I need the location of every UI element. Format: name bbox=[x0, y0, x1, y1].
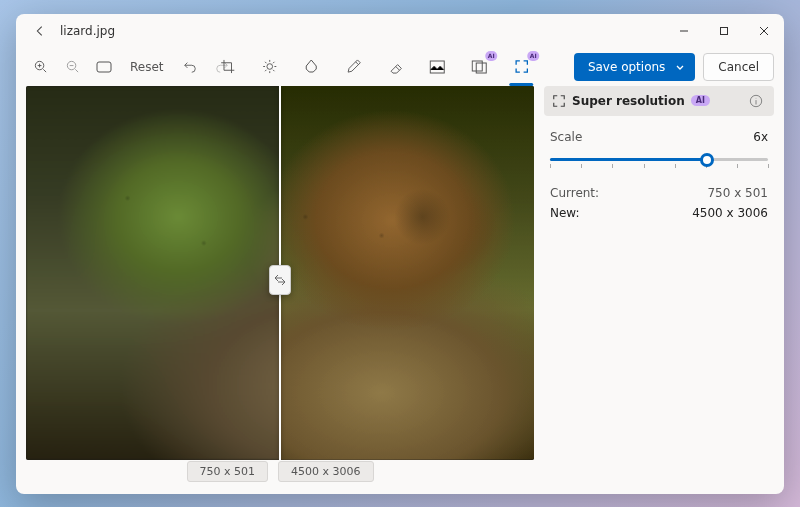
fit-icon bbox=[96, 60, 112, 74]
back-button[interactable] bbox=[28, 19, 52, 43]
app-window: lizard.jpg Reset AI AI Save options bbox=[16, 14, 784, 494]
toolbar: Reset AI AI Save options Cancel bbox=[16, 48, 784, 86]
zoom-out-button[interactable] bbox=[58, 53, 86, 81]
ai-badge-icon: AI bbox=[485, 51, 497, 61]
background-button[interactable] bbox=[423, 53, 451, 81]
cancel-label: Cancel bbox=[718, 60, 759, 74]
edit-tools: AI AI bbox=[213, 53, 535, 81]
compare-handle[interactable] bbox=[269, 265, 291, 295]
panel-header: Super resolution AI bbox=[544, 86, 774, 116]
undo-button[interactable] bbox=[176, 53, 204, 81]
slider-thumb[interactable] bbox=[700, 153, 714, 167]
panel-title: Super resolution bbox=[572, 94, 685, 108]
dimension-tags: 750 x 501 4500 x 3006 bbox=[26, 460, 534, 484]
info-icon bbox=[749, 94, 763, 108]
ai-badge: AI bbox=[691, 95, 710, 106]
undo-icon bbox=[183, 60, 197, 74]
new-label: New: bbox=[550, 206, 580, 220]
markup-button[interactable] bbox=[339, 53, 367, 81]
chevron-down-icon bbox=[675, 62, 685, 72]
generative-ai-button[interactable]: AI bbox=[465, 53, 493, 81]
filter-icon bbox=[304, 59, 318, 74]
super-resolution-button[interactable]: AI bbox=[507, 53, 535, 81]
scale-label: Scale bbox=[550, 130, 582, 144]
adjust-button[interactable] bbox=[255, 53, 283, 81]
eraser-icon bbox=[388, 59, 403, 74]
info-button[interactable] bbox=[746, 91, 766, 111]
cancel-button[interactable]: Cancel bbox=[703, 53, 774, 81]
expand-icon bbox=[514, 59, 529, 74]
original-dimension-tag: 750 x 501 bbox=[187, 461, 269, 482]
reset-label: Reset bbox=[130, 60, 164, 74]
crop-icon bbox=[220, 59, 235, 74]
zoom-in-button[interactable] bbox=[26, 53, 54, 81]
scale-slider[interactable] bbox=[550, 150, 768, 170]
new-value: 4500 x 3006 bbox=[692, 206, 768, 220]
pencil-icon bbox=[346, 59, 361, 74]
image-ai-icon bbox=[471, 60, 487, 74]
panel-body: Scale 6x Current: 750 x 501 New: bbox=[544, 116, 774, 240]
titlebar: lizard.jpg bbox=[16, 14, 784, 48]
close-icon bbox=[759, 26, 769, 36]
zoom-in-icon bbox=[33, 59, 48, 74]
fit-button[interactable] bbox=[90, 53, 118, 81]
compare-handle-icon bbox=[274, 273, 286, 287]
maximize-icon bbox=[719, 26, 729, 36]
background-icon bbox=[429, 60, 445, 74]
current-label: Current: bbox=[550, 186, 599, 200]
erase-button[interactable] bbox=[381, 53, 409, 81]
minimize-icon bbox=[679, 26, 689, 36]
canvas-column: 750 x 501 4500 x 3006 bbox=[26, 86, 534, 484]
ai-badge-icon: AI bbox=[527, 51, 539, 61]
crop-button[interactable] bbox=[213, 53, 241, 81]
new-dimension-tag: 4500 x 3006 bbox=[278, 461, 374, 482]
save-options-button[interactable]: Save options bbox=[574, 53, 695, 81]
svg-point-4 bbox=[266, 64, 272, 70]
svg-rect-3 bbox=[97, 62, 111, 72]
image-compare-canvas bbox=[26, 86, 534, 460]
content-area: 750 x 501 4500 x 3006 Super resolution A… bbox=[16, 86, 784, 494]
maximize-button[interactable] bbox=[704, 14, 744, 48]
side-panel: Super resolution AI Scale 6x bbox=[544, 86, 774, 484]
svg-rect-5 bbox=[430, 61, 444, 73]
arrow-left-icon bbox=[33, 24, 47, 38]
expand-icon bbox=[552, 94, 566, 108]
zoom-out-icon bbox=[65, 59, 80, 74]
filter-button[interactable] bbox=[297, 53, 325, 81]
window-controls bbox=[664, 14, 784, 48]
current-value: 750 x 501 bbox=[707, 186, 768, 200]
save-label: Save options bbox=[588, 60, 665, 74]
filename-label: lizard.jpg bbox=[60, 24, 115, 38]
brightness-icon bbox=[262, 59, 277, 74]
scale-value: 6x bbox=[753, 130, 768, 144]
reset-button[interactable]: Reset bbox=[122, 53, 172, 81]
minimize-button[interactable] bbox=[664, 14, 704, 48]
svg-rect-0 bbox=[721, 27, 728, 34]
close-button[interactable] bbox=[744, 14, 784, 48]
